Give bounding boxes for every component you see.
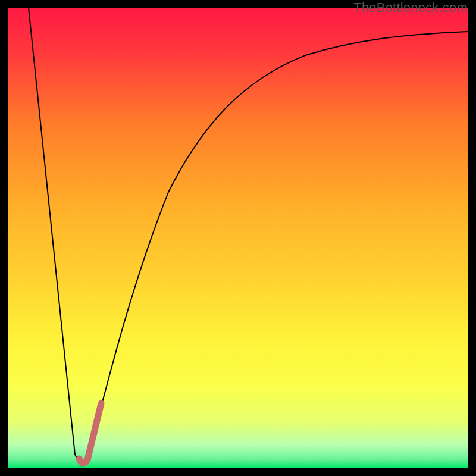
gradient-background: [8, 8, 468, 468]
bottleneck-chart: [8, 8, 468, 468]
watermark-text: TheBottleneck.com: [353, 0, 468, 15]
